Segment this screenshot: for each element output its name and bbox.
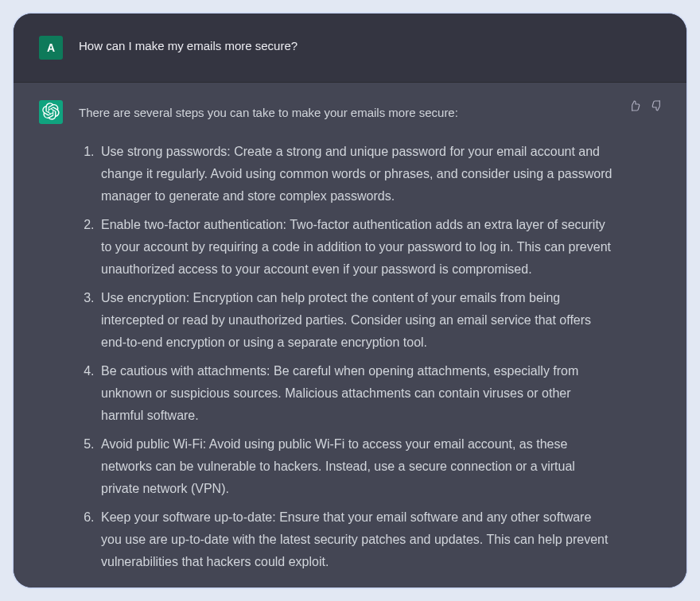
feedback-buttons (628, 100, 664, 114)
list-item: Keep your software up-to-date: Ensure th… (98, 506, 613, 573)
user-message-text: How can I make my emails more secure? (79, 36, 298, 52)
assistant-message-row: There are several steps you can take to … (14, 83, 686, 588)
thumbs-up-icon (628, 99, 641, 115)
assistant-content: There are several steps you can take to … (79, 100, 661, 580)
user-message-row: A How can I make my emails more secure? (14, 14, 686, 83)
assistant-intro-text: There are several steps you can take to … (79, 100, 613, 123)
chat-card: A How can I make my emails more secure? … (13, 13, 687, 588)
thumbs-up-button[interactable] (628, 100, 642, 114)
user-avatar-letter: A (47, 41, 55, 54)
list-item: Use encryption: Encryption can help prot… (98, 287, 613, 354)
list-item: Avoid public Wi-Fi: Avoid using public W… (98, 433, 613, 500)
list-item: Enable two-factor authentication: Two-fa… (98, 214, 613, 281)
openai-logo-icon (42, 103, 60, 122)
user-avatar: A (39, 36, 63, 60)
assistant-list: Use strong passwords: Create a strong an… (79, 141, 613, 573)
list-item: Use strong passwords: Create a strong an… (98, 141, 613, 207)
thumbs-down-icon (651, 99, 663, 115)
list-item: Be cautious with attachments: Be careful… (98, 360, 613, 427)
assistant-avatar (39, 100, 63, 124)
thumbs-down-button[interactable] (650, 100, 664, 114)
